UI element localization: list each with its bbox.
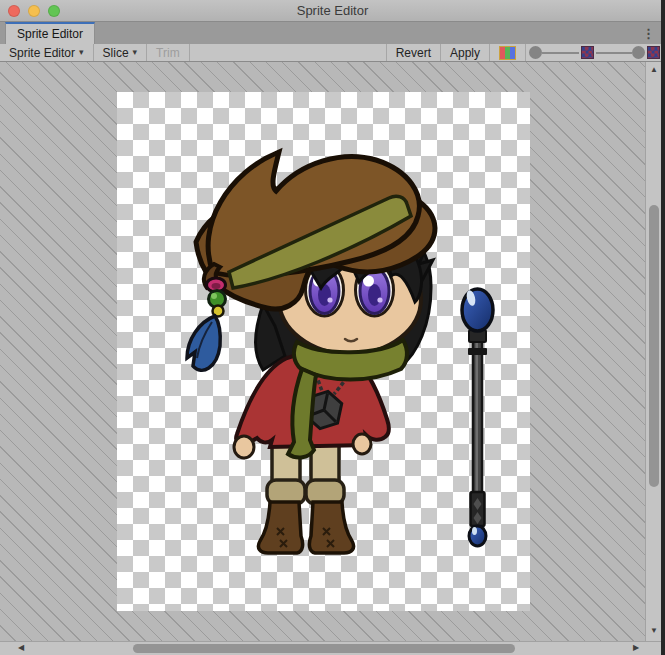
- zoom-slider-knob[interactable]: [529, 46, 542, 59]
- window-right-edge: [661, 0, 665, 655]
- feather: [187, 316, 220, 370]
- mip-texture-icon: [647, 46, 660, 59]
- titlebar: Sprite Editor: [0, 0, 665, 22]
- trim-label: Trim: [156, 46, 180, 60]
- scroll-left-icon[interactable]: ◀: [18, 644, 24, 652]
- slice-label: Slice: [103, 46, 129, 60]
- vertical-scrollbar[interactable]: ▲ ▼: [645, 62, 661, 641]
- tab-label: Sprite Editor: [17, 27, 83, 41]
- revert-button[interactable]: Revert: [387, 44, 440, 61]
- horizontal-scrollbar-thumb[interactable]: [133, 644, 515, 653]
- mip-texture-icon: [581, 46, 594, 59]
- staff: [462, 289, 493, 546]
- bead-green-highlight: [211, 293, 217, 299]
- chevron-down-icon: ▾: [133, 48, 138, 57]
- kebab-menu-icon[interactable]: ⋮: [642, 22, 655, 44]
- bead-pink-hole: [212, 283, 221, 289]
- apply-button[interactable]: Apply: [441, 44, 489, 61]
- mip-slider-track[interactable]: [596, 52, 633, 54]
- texture-transparency-checker: [117, 92, 530, 611]
- sprite-editor-mode-dropdown[interactable]: Sprite Editor ▾: [0, 44, 93, 61]
- scroll-up-icon[interactable]: ▲: [650, 66, 658, 74]
- sprite-editor-window: Sprite Editor Sprite Editor ⋮ Sprite Edi…: [0, 0, 665, 655]
- revert-label: Revert: [396, 46, 431, 60]
- toolbar: Sprite Editor ▾ Slice ▾ Trim Revert Appl…: [0, 44, 665, 62]
- scroll-right-icon[interactable]: ▶: [633, 644, 639, 652]
- scroll-down-icon[interactable]: ▼: [650, 627, 658, 635]
- trim-button[interactable]: Trim: [147, 44, 189, 61]
- window-title: Sprite Editor: [0, 3, 665, 18]
- toolbar-separator: [189, 44, 190, 61]
- hand-left: [234, 436, 254, 458]
- vertical-scrollbar-thumb[interactable]: [649, 205, 659, 487]
- tab-bar: Sprite Editor ⋮: [0, 22, 665, 44]
- rgb-alpha-toggle[interactable]: [490, 44, 525, 61]
- slice-dropdown[interactable]: Slice ▾: [94, 44, 147, 61]
- rgb-stripes-icon: [499, 46, 516, 60]
- zoom-mip-sliders: [526, 44, 665, 61]
- mip-slider-knob[interactable]: [632, 46, 645, 59]
- hand-right: [353, 434, 371, 454]
- staff-orb: [462, 289, 493, 331]
- sprite-editor-mode-label: Sprite Editor: [9, 46, 75, 60]
- staff-band: [468, 348, 487, 355]
- sprite-image[interactable]: [117, 92, 530, 611]
- character: [187, 152, 435, 553]
- toolbar-right-group: Revert Apply: [386, 44, 665, 61]
- sprite-editor-canvas[interactable]: [0, 62, 661, 641]
- apply-label: Apply: [450, 46, 480, 60]
- zoom-slider-track[interactable]: [542, 52, 579, 54]
- chevron-down-icon: ▾: [79, 48, 84, 57]
- staff-bottom-orb-highlight: [472, 527, 477, 535]
- tab-sprite-editor[interactable]: Sprite Editor: [5, 22, 95, 44]
- horizontal-scrollbar[interactable]: ◀ ▶: [0, 641, 661, 655]
- staff-bottom-orb: [469, 526, 486, 546]
